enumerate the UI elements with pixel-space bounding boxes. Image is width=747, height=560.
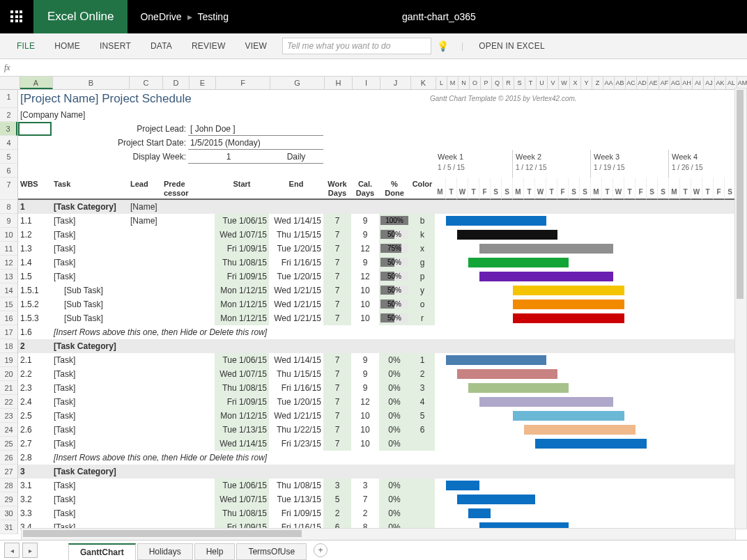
wbs-cell[interactable]: 2.3 xyxy=(18,381,52,395)
task-cell[interactable]: [Task] xyxy=(52,228,128,242)
row-header[interactable]: 19 xyxy=(0,353,17,367)
row-header[interactable]: 1 xyxy=(0,90,17,108)
end-cell[interactable]: Wed 1/21/15 xyxy=(269,297,323,311)
row-header[interactable]: 24 xyxy=(0,423,17,437)
start-cell[interactable]: Thu 1/08/15 xyxy=(215,506,269,520)
pct-done-cell[interactable]: 0% xyxy=(379,423,410,437)
column-header[interactable]: K xyxy=(411,77,436,89)
pct-done-cell[interactable]: 0% xyxy=(379,353,410,367)
tell-me-input[interactable]: Tell me what you want to do xyxy=(282,38,431,54)
column-header[interactable]: T xyxy=(525,77,537,89)
wbs-cell[interactable]: 2.2 xyxy=(18,367,52,381)
task-cell[interactable]: [Task Category] xyxy=(52,200,128,214)
lead-cell[interactable] xyxy=(128,311,162,325)
end-cell[interactable]: Tue 1/20/15 xyxy=(269,242,323,256)
column-header[interactable]: AI xyxy=(693,77,704,89)
caldays-cell[interactable]: 12 xyxy=(351,242,379,256)
lead-cell[interactable] xyxy=(128,270,162,283)
start-cell[interactable]: Mon 1/12/15 xyxy=(215,311,269,325)
tab-home[interactable]: HOME xyxy=(45,36,90,56)
caldays-cell[interactable]: 10 xyxy=(351,423,379,437)
wbs-cell[interactable]: 3.3 xyxy=(18,506,52,520)
workdays-cell[interactable]: 7 xyxy=(323,228,351,242)
start-cell[interactable]: Thu 1/08/15 xyxy=(215,381,269,395)
vertical-scrollbar[interactable] xyxy=(734,88,747,529)
task-cell[interactable]: [Task] xyxy=(52,492,128,506)
caldays-cell[interactable]: 9 xyxy=(351,228,379,242)
sheet-tab-holidays[interactable]: Holidays xyxy=(137,543,193,560)
end-cell[interactable]: Tue 1/20/15 xyxy=(269,395,323,409)
pct-done-cell[interactable]: 0% xyxy=(379,506,410,520)
caldays-cell[interactable]: 9 xyxy=(351,214,379,228)
cell[interactable] xyxy=(18,136,52,150)
start-cell[interactable]: Tue 1/06/15 xyxy=(215,479,269,492)
column-header[interactable]: L xyxy=(436,77,447,89)
start-cell[interactable]: Wed 1/07/15 xyxy=(215,367,269,381)
workdays-cell[interactable]: 7 xyxy=(323,256,351,270)
pred-cell[interactable] xyxy=(162,367,215,381)
color-cell[interactable]: k xyxy=(410,228,435,242)
column-label[interactable]: Color xyxy=(410,178,435,200)
wbs-cell[interactable]: 3.2 xyxy=(18,492,52,506)
pred-cell[interactable] xyxy=(162,311,215,325)
pred-cell[interactable] xyxy=(162,423,215,437)
start-cell[interactable]: Thu 1/08/15 xyxy=(215,256,269,270)
breadcrumb-root[interactable]: OneDrive xyxy=(140,11,181,22)
sheet-nav-prev[interactable]: ▸ xyxy=(22,543,38,558)
project-lead-label[interactable]: Project Lead: xyxy=(52,122,188,136)
column-header[interactable]: Z xyxy=(592,77,603,89)
row-header[interactable]: 16 xyxy=(0,311,17,325)
open-in-excel-button[interactable]: OPEN IN EXCEL xyxy=(469,36,555,56)
note-cell[interactable]: [Insert Rows above this one, then Hide o… xyxy=(52,451,400,465)
column-header[interactable]: AJ xyxy=(704,77,715,89)
column-header[interactable]: R xyxy=(503,77,514,89)
column-label[interactable]: Task xyxy=(52,178,128,200)
lead-cell[interactable] xyxy=(128,228,162,242)
row-header[interactable]: 4 xyxy=(0,136,17,150)
wbs-cell[interactable]: 2.4 xyxy=(18,395,52,409)
sheet-tab-terms[interactable]: TermsOfUse xyxy=(236,543,307,560)
start-cell[interactable]: Wed 1/07/15 xyxy=(215,492,269,506)
end-cell[interactable]: Thu 1/15/15 xyxy=(269,228,323,242)
column-header[interactable]: H xyxy=(325,77,353,89)
column-header[interactable]: P xyxy=(481,77,492,89)
row-header[interactable]: 15 xyxy=(0,297,17,311)
color-cell[interactable]: 2 xyxy=(410,367,435,381)
workdays-cell[interactable]: 7 xyxy=(323,311,351,325)
sheet-content[interactable]: [Project Name] Project ScheduleGantt Cha… xyxy=(18,90,747,534)
wbs-cell[interactable]: 1.3 xyxy=(18,242,52,256)
color-cell[interactable]: 4 xyxy=(410,395,435,409)
end-cell[interactable]: Wed 1/14/15 xyxy=(269,353,323,367)
color-cell[interactable]: x xyxy=(410,242,435,256)
end-cell[interactable]: Wed 1/21/15 xyxy=(269,311,323,325)
row-headers[interactable]: 1234567891011121314151617181920212223242… xyxy=(0,90,18,534)
sheet-tab-ganttchart[interactable]: GanttChart xyxy=(68,543,136,561)
pct-done-cell[interactable]: 50% xyxy=(379,311,410,325)
task-cell[interactable]: [Task] xyxy=(52,367,128,381)
wbs-cell[interactable]: 3 xyxy=(18,465,52,479)
end-cell[interactable]: Tue 1/13/15 xyxy=(269,492,323,506)
spreadsheet-grid[interactable]: ABCDEFGHIJKLMNOPQRSTUVWXYZAAABACADAEAFAG… xyxy=(0,77,747,550)
workdays-cell[interactable]: 7 xyxy=(323,409,351,423)
column-header[interactable]: AD xyxy=(637,77,648,89)
company-name[interactable]: [Company Name] xyxy=(18,108,227,122)
workdays-cell[interactable]: 7 xyxy=(323,395,351,409)
caldays-cell[interactable]: 12 xyxy=(351,395,379,409)
lead-cell[interactable] xyxy=(128,409,162,423)
app-launcher-icon[interactable] xyxy=(0,0,33,33)
column-header[interactable]: AE xyxy=(648,77,659,89)
column-header[interactable]: W xyxy=(559,77,570,89)
column-header[interactable]: D xyxy=(163,77,190,89)
caldays-cell[interactable]: 2 xyxy=(351,506,379,520)
task-cell[interactable]: [Task] xyxy=(52,242,128,256)
display-week-label[interactable]: Display Week: xyxy=(52,150,188,164)
column-header[interactable]: I xyxy=(353,77,380,89)
column-header[interactable]: F xyxy=(216,77,270,89)
wbs-cell[interactable]: 1.5.2 xyxy=(18,297,52,311)
attribution[interactable]: Gantt Chart Template © 2015 by Vertex42.… xyxy=(428,92,637,106)
task-cell[interactable]: [Sub Task] xyxy=(52,311,128,325)
row-header[interactable]: 18 xyxy=(0,339,17,353)
column-label[interactable]: Cal. Days xyxy=(351,178,379,200)
pred-cell[interactable] xyxy=(162,479,215,492)
start-cell[interactable]: Fri 1/09/15 xyxy=(215,270,269,283)
